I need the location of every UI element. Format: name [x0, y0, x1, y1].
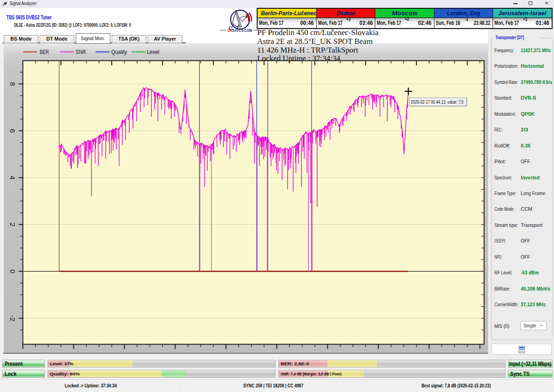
svg-text:0: 0 [9, 269, 17, 273]
svg-text:Quality: Quality [111, 49, 127, 55]
svg-text:2: 2 [9, 223, 17, 226]
svg-text:8: 8 [9, 82, 17, 86]
svg-text:2025-02-17 00.44.13, value: 7,: 2025-02-17 00.44.13, value: 7,5 [411, 99, 464, 105]
svg-text:SNR: SNR [76, 49, 86, 55]
svg-text:DXSATCS.COM: DXSATCS.COM [228, 28, 252, 33]
svg-text:6: 6 [9, 129, 17, 132]
svg-text:4: 4 [9, 176, 17, 179]
svg-text:-2: -2 [9, 315, 17, 321]
svg-text:BER: BER [40, 49, 49, 55]
svg-text:Level: Level [147, 49, 159, 55]
